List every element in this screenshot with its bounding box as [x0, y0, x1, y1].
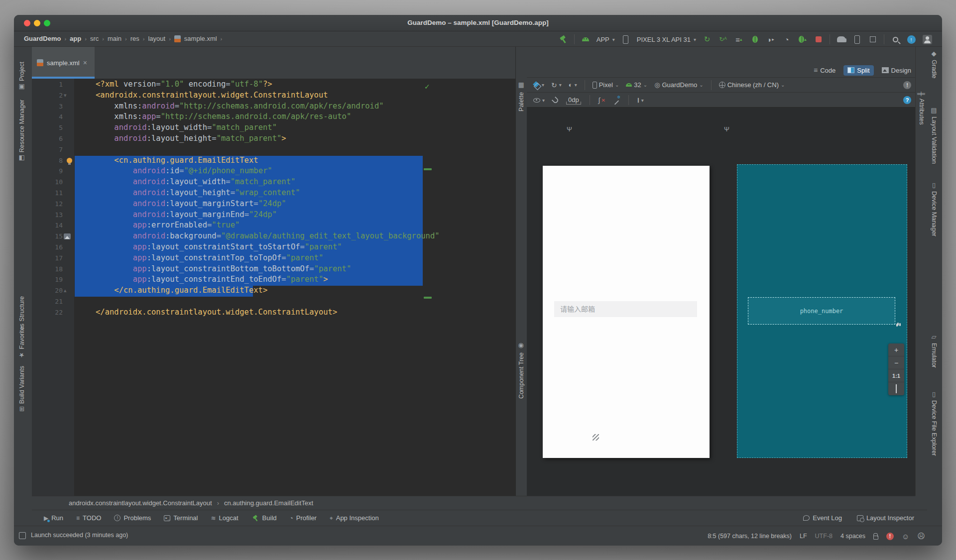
design-surface-select-icon[interactable]: ▾ [531, 81, 547, 89]
code-line[interactable]: xmlns:android="http://schemas.android.co… [75, 102, 515, 112]
close-tab-icon[interactable]: × [83, 59, 87, 67]
sidebar-item-device-manager[interactable]: ▯Device Manager [930, 181, 938, 236]
zoom-out-button[interactable]: − [888, 356, 904, 369]
apply-changes-icon[interactable]: ↻ [701, 34, 714, 45]
code-line[interactable]: android:layout_width="match_parent" [75, 123, 515, 134]
line-number[interactable]: 7 [43, 146, 63, 153]
zoom-in-button[interactable]: + [888, 343, 904, 356]
error-stripe-mark[interactable] [424, 168, 432, 170]
code-line[interactable]: xmlns:app="http://schemas.android.com/ap… [75, 112, 515, 123]
sidebar-item-resource-manager[interactable]: Resource Manager◨ [18, 100, 25, 162]
breadcrumb-item-app[interactable]: app [70, 35, 81, 42]
run-configuration-select[interactable]: APP▾ [594, 36, 618, 43]
gutter-row[interactable]: 18 [32, 264, 75, 275]
search-everywhere-icon[interactable] [889, 34, 902, 45]
gutter-line-numbers[interactable]: 12▾34567891011121314151617181920▴2122 [32, 80, 75, 319]
gradle-sync-icon[interactable] [835, 34, 847, 45]
code-line[interactable]: app:layout_constraintEnd_toEndOf="parent… [75, 275, 515, 286]
tool-window-button-todo[interactable]: ≡TODO [76, 514, 101, 522]
sdk-manager-icon[interactable] [866, 34, 879, 45]
mode-design-button[interactable]: Design [878, 65, 915, 76]
pack-align-icon[interactable]: Ⅰ▾ [635, 96, 646, 105]
gutter-row[interactable]: 17 [32, 253, 75, 264]
device-for-preview-select[interactable]: Pixel⌄ [590, 80, 622, 90]
intention-bulb-icon[interactable] [67, 158, 72, 163]
gutter-row[interactable]: 10 [32, 177, 75, 188]
tool-window-button-terminal[interactable]: ▸_Terminal [164, 514, 198, 522]
night-mode-icon[interactable]: ◐▾ [566, 80, 580, 90]
blueprint-view-phone[interactable]: phone_number [737, 164, 907, 458]
gutter-row[interactable]: 14 [32, 221, 75, 231]
code-line[interactable]: app:layout_constraintBottom_toBottomOf="… [75, 264, 515, 275]
design-view-phone[interactable]: 请输入邮箱 [543, 166, 710, 458]
line-number[interactable]: 2 [43, 92, 63, 99]
line-number[interactable]: 8 [43, 157, 63, 164]
gutter-row[interactable]: 12 [32, 199, 75, 210]
gutter-row[interactable]: 16 [32, 242, 75, 253]
line-number[interactable]: 6 [43, 135, 63, 142]
target-device-select[interactable]: PIXEL 3 XL API 31▾ [634, 36, 699, 43]
run-profiler-tasks-icon[interactable]: ≡▴ [732, 34, 745, 45]
resize-grip-icon[interactable] [593, 434, 599, 441]
debug-icon[interactable] [748, 34, 761, 45]
sidebar-item-layout-validation[interactable]: ▤Layout Validation [930, 107, 938, 164]
breadcrumb-item-main[interactable]: main [108, 35, 121, 42]
device-manager-icon[interactable] [850, 34, 863, 45]
code-line[interactable]: app:errorEnabled="true" [75, 221, 515, 231]
encoding-widget[interactable]: UTF-8 [815, 533, 833, 540]
line-number[interactable]: 21 [43, 298, 63, 305]
status-message[interactable]: Launch succeeded (3 minutes ago) [31, 532, 128, 539]
code-line[interactable] [75, 297, 515, 308]
feedback-sad-icon[interactable]: ☹ [917, 532, 925, 541]
line-number[interactable]: 15 [43, 232, 63, 240]
help-icon[interactable]: ? [903, 96, 911, 104]
indent-widget[interactable]: 4 spaces [840, 533, 865, 540]
breadcrumb-item-layout[interactable]: layout [148, 35, 165, 42]
code-editor[interactable]: 12▾34567891011121314151617181920▴2122 <?… [32, 79, 515, 496]
apply-code-changes-icon[interactable]: ↻ᴬ [717, 34, 729, 45]
code-line[interactable]: <cn.authing.guard.EmailEditText [75, 156, 515, 167]
gutter-row[interactable]: 11 [32, 188, 75, 199]
fold-end-marker-icon[interactable]: ▴ [64, 287, 67, 294]
line-number[interactable]: 11 [43, 189, 63, 197]
gutter-row[interactable]: 7 [32, 145, 75, 156]
line-number[interactable]: 9 [43, 167, 63, 175]
sidebar-item-device-file-explorer[interactable]: ▯Device File Explorer [930, 390, 938, 456]
zoom-to-fit-button[interactable] [888, 382, 904, 395]
line-number[interactable]: 19 [43, 276, 63, 283]
sidebar-item-project[interactable]: Project▣ [18, 62, 25, 91]
gutter-row[interactable]: 1 [32, 80, 75, 91]
clear-constraints-icon[interactable]: ∫✕ [596, 95, 608, 105]
tool-window-button-app-inspection[interactable]: ⌖App Inspection [330, 514, 379, 522]
line-number[interactable]: 20 [43, 287, 63, 294]
design-canvas[interactable]: Ψ Ψ 请输入邮箱 phone_number + − 1:1 [527, 108, 915, 496]
sidebar-item-favorites[interactable]: Favorites★ [18, 324, 25, 359]
sidebar-item-build-variants[interactable]: Build Variants⊞ [18, 366, 25, 412]
caret-position-widget[interactable]: 8:5 (597 chars, 12 line breaks) [708, 533, 792, 540]
code-line[interactable]: </androidx.constraintlayout.widget.Const… [75, 308, 515, 319]
gutter-row[interactable]: 20▴ [32, 286, 75, 297]
sidebar-item-emulator[interactable]: ▱Emulator [930, 333, 938, 368]
gutter-row[interactable]: 22 [32, 308, 75, 319]
attributes-tab[interactable]: ╫ Attributes [918, 92, 925, 125]
autoconnect-icon[interactable] [550, 97, 561, 104]
orientation-icon[interactable]: ↻▾ [549, 80, 564, 90]
tool-window-button-logcat[interactable]: ≋Logcat [211, 514, 238, 522]
tool-window-switcher-icon[interactable] [19, 532, 26, 539]
line-number[interactable]: 14 [43, 222, 63, 229]
gutter-row[interactable]: 21 [32, 297, 75, 308]
line-number[interactable]: 17 [43, 254, 63, 262]
gutter-row[interactable]: 6 [32, 134, 75, 145]
mode-code-button[interactable]: ≡Code [810, 65, 839, 76]
gutter-row[interactable]: 8 [32, 156, 75, 167]
build-hammer-icon[interactable] [557, 34, 570, 45]
tool-window-button-event-log[interactable]: Event Log [803, 514, 842, 522]
breadcrumb-item-src[interactable]: src [90, 35, 99, 42]
gutter-row[interactable]: 15 [32, 231, 75, 242]
code-line[interactable]: <?xml version="1.0" encoding="utf-8"?> [75, 80, 515, 91]
email-edit-text-preview[interactable]: 请输入邮箱 [554, 301, 697, 317]
code-line[interactable]: android:id="@+id/phone_number" [75, 166, 515, 177]
drawable-preview-icon[interactable] [64, 233, 71, 239]
gutter-row[interactable]: 9 [32, 166, 75, 177]
code-line[interactable] [75, 145, 515, 156]
